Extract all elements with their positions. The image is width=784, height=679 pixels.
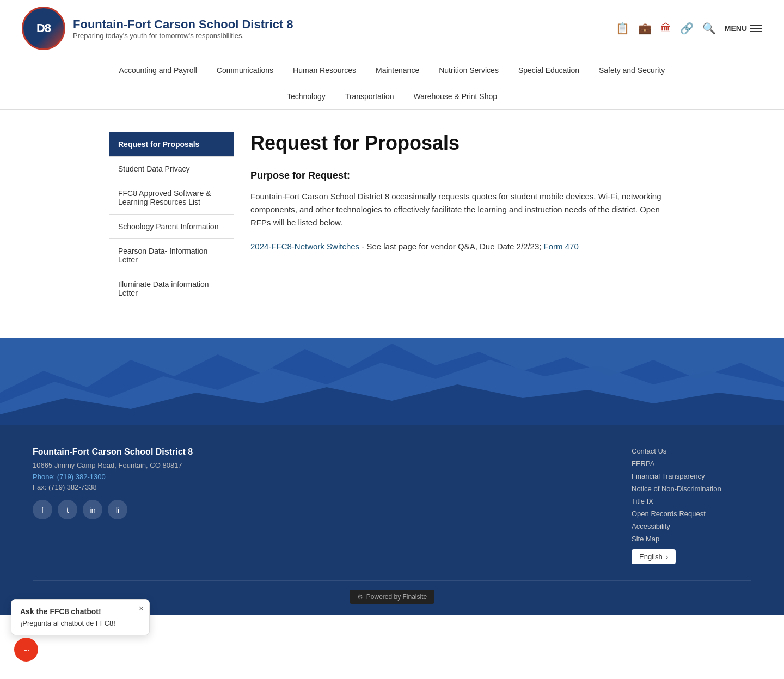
footer-school-name: Fountain-Fort Carson School District 8 <box>33 447 193 457</box>
nav-item-maintenance[interactable]: Maintenance <box>366 57 429 83</box>
sidebar: Request for Proposals Student Data Priva… <box>109 132 234 305</box>
chatbot-title: Ask the FFC8 chatbot! <box>20 607 140 615</box>
nav-item-transportation[interactable]: Transportation <box>335 83 404 109</box>
school-logo: D8 <box>22 7 65 50</box>
hamburger-icon <box>750 25 762 32</box>
menu-label: MENU <box>725 24 747 33</box>
briefcase-icon[interactable]: 💼 <box>638 22 652 35</box>
nav-item-hr[interactable]: Human Resources <box>283 57 366 83</box>
sidebar-item-illuminate[interactable]: Illuminate Data information Letter <box>109 272 234 305</box>
nav-item-communications[interactable]: Communications <box>207 57 283 83</box>
footer-fax: Fax: (719) 382-7338 <box>33 483 193 491</box>
mountain-decoration <box>0 338 784 425</box>
footer-link-title9[interactable]: Title IX <box>632 497 653 505</box>
footer-link-records[interactable]: Open Records Request <box>632 510 706 518</box>
nav-item-safety[interactable]: Safety and Security <box>589 57 675 83</box>
footer-phone[interactable]: Phone: (719) 382-1300 <box>33 473 193 481</box>
main-wrapper: Request for Proposals Student Data Priva… <box>93 132 691 305</box>
footer-link-financial[interactable]: Financial Transparency <box>632 472 705 480</box>
nav-item-technology[interactable]: Technology <box>277 83 335 109</box>
main-content: Request for Proposals Purpose for Reques… <box>250 132 675 305</box>
language-button[interactable]: English › <box>632 549 676 564</box>
body-text: Fountain-Fort Carson School District 8 o… <box>250 190 675 229</box>
main-navigation: Accounting and Payroll Communications Hu… <box>0 57 784 110</box>
instagram-icon[interactable]: in <box>83 500 102 519</box>
facebook-icon[interactable]: f <box>33 500 52 519</box>
footer-link-ferpa[interactable]: FERPA <box>632 460 654 468</box>
sidebar-item-schoology[interactable]: Schoology Parent Information <box>109 214 234 238</box>
header-title: Fountain-Fort Carson School District 8 P… <box>73 17 293 40</box>
rfp-network-switches-link[interactable]: 2024-FFC8-Network Switches <box>250 242 359 251</box>
header-left: D8 Fountain-Fort Carson School District … <box>22 7 293 50</box>
social-icons: f t in li <box>33 500 193 519</box>
chevron-right-icon: › <box>666 553 668 561</box>
nav-item-accounting[interactable]: Accounting and Payroll <box>109 57 207 83</box>
section-title: Purpose for Request: <box>250 170 675 181</box>
nav-item-nutrition[interactable]: Nutrition Services <box>429 57 509 83</box>
school-name: Fountain-Fort Carson School District 8 <box>73 17 293 32</box>
footer-top: Fountain-Fort Carson School District 8 1… <box>33 447 751 564</box>
link-icon[interactable]: 🔗 <box>680 22 694 35</box>
form-470-link[interactable]: Form 470 <box>544 242 579 251</box>
sidebar-item-data-privacy[interactable]: Student Data Privacy <box>109 156 234 181</box>
powered-by-text: Powered by Finalsite <box>366 593 427 601</box>
footer-link-non-discrimination[interactable]: Notice of Non-Discrimination <box>632 485 721 493</box>
site-footer: Fountain-Fort Carson School District 8 1… <box>0 425 784 615</box>
page-title: Request for Proposals <box>250 132 675 155</box>
finalsite-logo-icon: ⚙ <box>357 593 363 601</box>
powered-by: ⚙ Powered by Finalsite <box>350 590 434 604</box>
nav-item-special-ed[interactable]: Special Education <box>509 57 589 83</box>
building-icon[interactable]: 🏛 <box>660 22 671 35</box>
school-tagline: Preparing today's youth for tomorrow's r… <box>73 32 293 40</box>
footer-link-sitemap[interactable]: Site Map <box>632 535 659 543</box>
rfp-entry: 2024-FFC8-Network Switches - See last pa… <box>250 240 675 253</box>
footer-address: 10665 Jimmy Camp Road, Fountain, CO 8081… <box>33 461 193 469</box>
linkedin-icon[interactable]: li <box>108 500 127 519</box>
footer-left: Fountain-Fort Carson School District 8 1… <box>33 447 193 519</box>
chatbot-widget: × Ask the FFC8 chatbot! ¡Pregunta al cha… <box>11 599 150 615</box>
nav-item-warehouse[interactable]: Warehouse & Print Shop <box>404 83 507 109</box>
menu-button[interactable]: MENU <box>725 24 762 33</box>
clipboard-icon[interactable]: 📋 <box>616 22 629 35</box>
chatbot-close-button[interactable]: × <box>139 604 144 614</box>
footer-link-contact[interactable]: Contact Us <box>632 447 666 455</box>
footer-link-accessibility[interactable]: Accessibility <box>632 522 670 530</box>
sidebar-item-software-list[interactable]: FFC8 Approved Software & Learning Resour… <box>109 181 234 214</box>
site-header: D8 Fountain-Fort Carson School District … <box>0 0 784 57</box>
sidebar-item-pearson[interactable]: Pearson Data- Information Letter <box>109 238 234 272</box>
rfp-description: - See last page for vendor Q&A, Due Date… <box>359 242 544 251</box>
language-label: English <box>639 553 663 561</box>
twitter-icon[interactable]: t <box>58 500 77 519</box>
header-right: 📋 💼 🏛 🔗 🔍 MENU <box>616 22 762 35</box>
sidebar-item-rfp[interactable]: Request for Proposals <box>109 132 234 156</box>
footer-right: Contact Us FERPA Financial Transparency … <box>632 447 751 564</box>
search-icon[interactable]: 🔍 <box>702 22 716 35</box>
